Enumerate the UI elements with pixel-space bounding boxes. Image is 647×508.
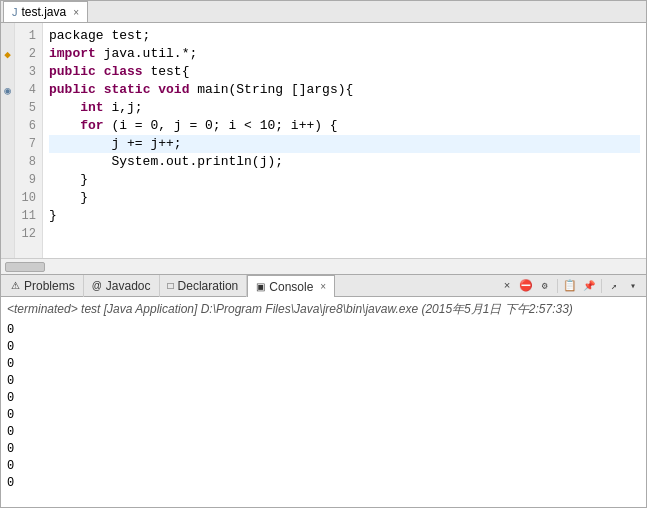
code-line-6: for (i = 0, j = 0; i < 10; i++) { [49, 117, 640, 135]
marker-12 [1, 225, 14, 243]
tab-problems-label: Problems [24, 279, 75, 293]
marker-3 [1, 63, 14, 81]
java-file-icon: J [12, 6, 18, 18]
line-num-2: 2 [21, 45, 36, 63]
line-num-9: 9 [21, 171, 36, 189]
marker-1 [1, 27, 14, 45]
marker-7 [1, 135, 14, 153]
tab-close-icon[interactable]: × [73, 7, 79, 18]
code-line-5: int i,j; [49, 99, 640, 117]
horizontal-scrollbar[interactable] [1, 258, 646, 274]
line-num-8: 8 [21, 153, 36, 171]
console-output-line-6: 0 [7, 407, 640, 424]
code-line-7: j += j++; [49, 135, 640, 153]
code-line-4: public static void main(String []args){ [49, 81, 640, 99]
javadoc-icon: @ [92, 280, 102, 291]
panel-tab-bar: ⚠ Problems @ Javadoc □ Declaration ▣ Con… [1, 275, 646, 297]
code-line-2: import java.util.*; [49, 45, 640, 63]
marker-area: ◆ ◉ [1, 23, 15, 258]
editor-tab-test-java[interactable]: J test.java × [3, 1, 88, 22]
console-output-line-10: 0 [7, 475, 640, 492]
tab-console-label: Console [269, 280, 313, 294]
marker-9 [1, 171, 14, 189]
line-num-7: 7 [21, 135, 36, 153]
tab-console[interactable]: ▣ Console × [247, 275, 335, 297]
console-output-line-7: 0 [7, 424, 640, 441]
editor-tab-bar: J test.java × [1, 1, 646, 23]
copy-button[interactable]: 📋 [561, 277, 579, 295]
toolbar-separator-2 [601, 279, 602, 293]
code-line-10: } [49, 189, 640, 207]
code-line-1: package test; [49, 27, 640, 45]
toolbar-separator-1 [557, 279, 558, 293]
ide-window: J test.java × ◆ ◉ [0, 0, 647, 508]
scroll-thumb[interactable] [5, 262, 45, 272]
console-output-line-8: 0 [7, 441, 640, 458]
pin-button[interactable]: 📌 [580, 277, 598, 295]
line-num-4: 4 [21, 81, 36, 99]
console-output-line-9: 0 [7, 458, 640, 475]
tab-declaration-label: Declaration [178, 279, 239, 293]
declaration-icon: □ [168, 280, 174, 291]
marker-2: ◆ [1, 45, 14, 63]
console-output-line-1: 0 [7, 322, 640, 339]
line-num-6: 6 [21, 117, 36, 135]
tab-javadoc[interactable]: @ Javadoc [84, 275, 160, 297]
line-num-10: 10 [21, 189, 36, 207]
line-numbers: 1 2 3 4 5 6 7 8 9 10 11 12 [15, 23, 43, 258]
settings-button[interactable]: ⚙ [536, 277, 554, 295]
line-num-3: 3 [21, 63, 36, 81]
marker-4: ◉ [1, 81, 14, 99]
console-icon: ▣ [256, 281, 265, 292]
code-line-8: System.out.println(j); [49, 153, 640, 171]
line-num-1: 1 [21, 27, 36, 45]
console-output-line-4: 0 [7, 373, 640, 390]
code-line-9: } [49, 171, 640, 189]
console-tab-close[interactable]: × [320, 281, 326, 292]
code-line-12 [49, 225, 640, 243]
tab-declaration[interactable]: □ Declaration [160, 275, 248, 297]
editor-container: J test.java × ◆ ◉ [0, 0, 647, 275]
marker-8 [1, 153, 14, 171]
code-line-3: public class test{ [49, 63, 640, 81]
bottom-panel: ⚠ Problems @ Javadoc □ Declaration ▣ Con… [0, 275, 647, 508]
tab-javadoc-label: Javadoc [106, 279, 151, 293]
marker-5 [1, 99, 14, 117]
marker-11 [1, 207, 14, 225]
line-num-12: 12 [21, 225, 36, 243]
new-console-button[interactable]: ↗ [605, 277, 623, 295]
console-output-line-5: 0 [7, 390, 640, 407]
code-line-11: } [49, 207, 640, 225]
stop-button[interactable]: ⛔ [517, 277, 535, 295]
view-menu-button[interactable]: ▾ [624, 277, 642, 295]
clear-console-button[interactable]: × [498, 277, 516, 295]
panel-toolbar: × ⛔ ⚙ 📋 📌 ↗ ▾ [498, 277, 646, 295]
marker-10 [1, 189, 14, 207]
annotation-icon-2: ◆ [4, 48, 11, 61]
problems-icon: ⚠ [11, 280, 20, 291]
marker-6 [1, 117, 14, 135]
line-num-11: 11 [21, 207, 36, 225]
editor-tab-label: test.java [22, 5, 67, 19]
tab-problems[interactable]: ⚠ Problems [3, 275, 84, 297]
code-editor[interactable]: package test; import java.util.*; public… [43, 23, 646, 258]
line-num-5: 5 [21, 99, 36, 117]
code-area: ◆ ◉ 1 2 3 4 5 [1, 23, 646, 258]
console-output-line-2: 0 [7, 339, 640, 356]
console-output-line-3: 0 [7, 356, 640, 373]
console-terminated-message: <terminated> test [Java Application] D:\… [7, 299, 640, 320]
console-output: <terminated> test [Java Application] D:\… [1, 297, 646, 507]
annotation-icon-4: ◉ [4, 84, 11, 97]
